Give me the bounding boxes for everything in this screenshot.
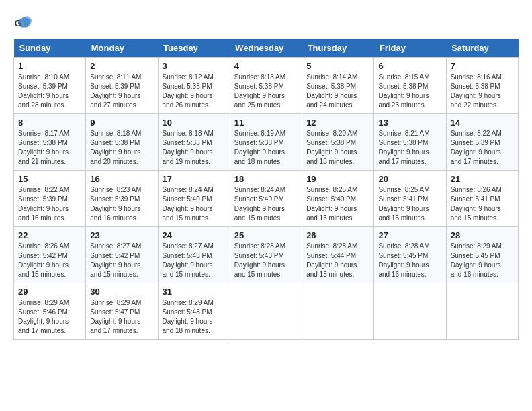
calendar-week-row: 29 Sunrise: 8:29 AM Sunset: 5:46 PM Dayl… [14,283,519,340]
sunset-label: Sunset: 5:39 PM [90,83,140,90]
sunset-label: Sunset: 5:45 PM [451,252,500,259]
daylight-label: Daylight: 9 hours and 26 minutes. [163,92,213,109]
day-info: Sunrise: 8:12 AM Sunset: 5:38 PM Dayligh… [163,73,226,110]
sunset-label: Sunset: 5:39 PM [18,83,68,90]
sunset-label: Sunset: 5:39 PM [451,139,500,146]
sunrise-label: Sunrise: 8:15 AM [378,73,429,81]
calendar-cell: 26 Sunrise: 8:28 AM Sunset: 5:44 PM Dayl… [302,227,374,283]
day-info: Sunrise: 8:28 AM Sunset: 5:45 PM Dayligh… [378,242,441,279]
sunset-label: Sunset: 5:38 PM [18,139,68,146]
sunset-label: Sunset: 5:44 PM [306,252,356,259]
daylight-label: Daylight: 9 hours and 17 minutes. [90,318,140,334]
calendar-week-row: 22 Sunrise: 8:26 AM Sunset: 5:42 PM Dayl… [14,227,519,283]
day-number: 11 [234,118,298,128]
sunrise-label: Sunrise: 8:23 AM [90,186,141,193]
sunrise-label: Sunrise: 8:29 AM [451,242,502,250]
daylight-label: Daylight: 9 hours and 17 minutes. [451,148,501,165]
calendar-cell: 28 Sunrise: 8:29 AM Sunset: 5:45 PM Dayl… [446,227,518,283]
daylight-label: Daylight: 9 hours and 20 minutes. [90,148,140,165]
sunset-label: Sunset: 5:38 PM [90,139,140,146]
sunset-label: Sunset: 5:39 PM [90,195,140,203]
day-info: Sunrise: 8:28 AM Sunset: 5:44 PM Dayligh… [306,242,369,279]
sunrise-label: Sunrise: 8:18 AM [90,130,141,137]
day-number: 26 [306,230,369,240]
weekday-header-saturday: Saturday [446,39,518,58]
sunset-label: Sunset: 5:38 PM [306,83,356,90]
day-info: Sunrise: 8:17 AM Sunset: 5:38 PM Dayligh… [18,129,81,167]
sunset-label: Sunset: 5:42 PM [18,252,68,259]
daylight-label: Daylight: 9 hours and 15 minutes. [18,261,69,278]
calendar-cell: 31 Sunrise: 8:29 AM Sunset: 5:48 PM Dayl… [158,283,230,340]
day-number: 29 [18,287,81,297]
day-info: Sunrise: 8:24 AM Sunset: 5:40 PM Dayligh… [234,185,298,223]
sunset-label: Sunset: 5:38 PM [234,83,284,90]
sunset-label: Sunset: 5:38 PM [234,139,284,146]
day-info: Sunrise: 8:29 AM Sunset: 5:48 PM Dayligh… [163,298,226,336]
day-info: Sunrise: 8:19 AM Sunset: 5:38 PM Dayligh… [234,129,298,167]
day-number: 9 [90,118,153,128]
day-number: 28 [451,230,514,240]
day-info: Sunrise: 8:22 AM Sunset: 5:39 PM Dayligh… [451,129,514,167]
day-number: 18 [234,174,298,184]
weekday-header-row: SundayMondayTuesdayWednesdayThursdayFrid… [14,39,519,58]
sunset-label: Sunset: 5:40 PM [306,195,356,203]
day-info: Sunrise: 8:26 AM Sunset: 5:42 PM Dayligh… [18,242,81,279]
sunset-label: Sunset: 5:41 PM [378,195,428,203]
calendar-cell: 6 Sunrise: 8:15 AM Sunset: 5:38 PM Dayli… [374,58,446,114]
day-info: Sunrise: 8:10 AM Sunset: 5:39 PM Dayligh… [18,73,81,110]
daylight-label: Daylight: 9 hours and 16 minutes. [451,261,501,278]
day-number: 12 [306,118,369,128]
day-info: Sunrise: 8:25 AM Sunset: 5:41 PM Dayligh… [378,185,441,223]
day-number: 25 [234,230,298,240]
sunset-label: Sunset: 5:40 PM [234,195,284,203]
calendar-week-row: 8 Sunrise: 8:17 AM Sunset: 5:38 PM Dayli… [14,114,519,171]
day-number: 2 [90,61,153,71]
sunrise-label: Sunrise: 8:26 AM [18,242,69,250]
sunset-label: Sunset: 5:38 PM [378,83,428,90]
day-info: Sunrise: 8:13 AM Sunset: 5:38 PM Dayligh… [234,73,298,110]
calendar-cell: 25 Sunrise: 8:28 AM Sunset: 5:43 PM Dayl… [230,227,302,283]
day-number: 4 [234,61,298,71]
calendar-cell: 11 Sunrise: 8:19 AM Sunset: 5:38 PM Dayl… [230,114,302,171]
daylight-label: Daylight: 9 hours and 18 minutes. [234,148,285,165]
day-number: 1 [18,61,81,71]
calendar-cell: 23 Sunrise: 8:27 AM Sunset: 5:42 PM Dayl… [86,227,158,283]
calendar-cell: 1 Sunrise: 8:10 AM Sunset: 5:39 PM Dayli… [14,58,86,114]
day-number: 23 [90,230,153,240]
calendar-cell: 10 Sunrise: 8:18 AM Sunset: 5:38 PM Dayl… [158,114,230,171]
day-number: 6 [378,61,441,71]
daylight-label: Daylight: 9 hours and 15 minutes. [234,261,285,278]
calendar-cell [446,283,518,340]
sunset-label: Sunset: 5:38 PM [163,83,212,90]
day-number: 24 [163,230,226,240]
sunset-label: Sunset: 5:47 PM [90,308,140,316]
daylight-label: Daylight: 9 hours and 17 minutes. [378,148,429,165]
weekday-header-friday: Friday [374,39,446,58]
calendar-cell: 18 Sunrise: 8:24 AM Sunset: 5:40 PM Dayl… [230,171,302,227]
weekday-header-tuesday: Tuesday [158,39,230,58]
sunrise-label: Sunrise: 8:28 AM [234,242,285,250]
sunrise-label: Sunrise: 8:10 AM [18,73,69,81]
daylight-label: Daylight: 9 hours and 15 minutes. [90,261,140,278]
daylight-label: Daylight: 9 hours and 15 minutes. [306,261,357,278]
calendar-cell: 3 Sunrise: 8:12 AM Sunset: 5:38 PM Dayli… [158,58,230,114]
sunrise-label: Sunrise: 8:24 AM [234,186,285,193]
day-number: 19 [306,174,369,184]
day-info: Sunrise: 8:16 AM Sunset: 5:38 PM Dayligh… [451,73,514,110]
day-info: Sunrise: 8:24 AM Sunset: 5:40 PM Dayligh… [163,185,226,223]
sunrise-label: Sunrise: 8:29 AM [163,299,214,306]
sunset-label: Sunset: 5:43 PM [163,252,212,259]
calendar-cell: 15 Sunrise: 8:22 AM Sunset: 5:39 PM Dayl… [14,171,86,227]
day-number: 21 [451,174,514,184]
day-number: 30 [90,287,153,297]
sunrise-label: Sunrise: 8:22 AM [18,186,69,193]
sunrise-label: Sunrise: 8:25 AM [306,186,357,193]
day-info: Sunrise: 8:29 AM Sunset: 5:45 PM Dayligh… [451,242,514,279]
daylight-label: Daylight: 9 hours and 17 minutes. [18,318,69,334]
daylight-label: Daylight: 9 hours and 15 minutes. [163,205,213,222]
day-number: 22 [18,230,81,240]
logo-icon: G [13,13,32,32]
page-header: G [13,13,519,32]
day-info: Sunrise: 8:25 AM Sunset: 5:40 PM Dayligh… [306,185,369,223]
daylight-label: Daylight: 9 hours and 18 minutes. [306,148,357,165]
